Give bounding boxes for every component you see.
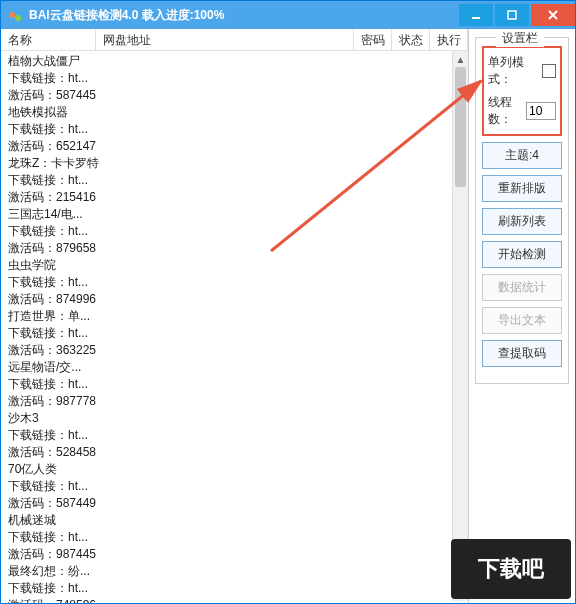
list-area[interactable]: 植物大战僵尸下载链接：ht...激活码：587445地铁模拟器下载链接：ht..…: [1, 51, 468, 603]
settings-legend: 设置栏: [496, 30, 544, 47]
list-item[interactable]: 最终幻想：纷...: [8, 563, 468, 580]
list-item[interactable]: 激活码：528458: [8, 444, 468, 461]
threads-input[interactable]: [526, 102, 556, 120]
main-panel: 名称 网盘地址 密码 状态 执行 植物大战僵尸下载链接：ht...激活码：587…: [1, 29, 469, 603]
theme-button[interactable]: 主题:4: [482, 142, 562, 169]
list-item[interactable]: 下载链接：ht...: [8, 427, 468, 444]
close-button[interactable]: [531, 4, 575, 26]
list-item[interactable]: 下载链接：ht...: [8, 325, 468, 342]
list-item[interactable]: 下载链接：ht...: [8, 274, 468, 291]
scroll-thumb[interactable]: [455, 67, 466, 187]
app-window: BAI云盘链接检测4.0 载入进度:100% 名称 网盘地址 密码 状态 执行 …: [0, 0, 576, 604]
col-status[interactable]: 状态: [392, 29, 430, 50]
list-item[interactable]: 下载链接：ht...: [8, 70, 468, 87]
col-name[interactable]: 名称: [1, 29, 96, 50]
refresh-button[interactable]: 刷新列表: [482, 208, 562, 235]
list-item[interactable]: 激活码：363225: [8, 342, 468, 359]
list-item[interactable]: 激活码：215416: [8, 189, 468, 206]
list-item[interactable]: 地铁模拟器: [8, 104, 468, 121]
threads-label: 线程数：: [488, 94, 526, 128]
list-item[interactable]: 下载链接：ht...: [8, 121, 468, 138]
list-item[interactable]: 激活码：587445: [8, 87, 468, 104]
list-item[interactable]: 激活码：748596: [8, 597, 468, 603]
content-area: 名称 网盘地址 密码 状态 执行 植物大战僵尸下载链接：ht...激活码：587…: [1, 29, 575, 603]
list-item[interactable]: 沙木3: [8, 410, 468, 427]
list-item[interactable]: 下载链接：ht...: [8, 478, 468, 495]
list-item[interactable]: 虫虫学院: [8, 257, 468, 274]
watermark-logo: 下载吧: [451, 539, 571, 599]
settings-highlight-box: 单列模式： 线程数：: [482, 46, 562, 136]
window-title: BAI云盘链接检测4.0 载入进度:100%: [29, 7, 459, 24]
svg-rect-4: [508, 11, 516, 19]
titlebar: BAI云盘链接检测4.0 载入进度:100%: [1, 1, 575, 29]
col-pwd[interactable]: 密码: [354, 29, 392, 50]
list-item[interactable]: 激活码：987445: [8, 546, 468, 563]
list-item[interactable]: 下载链接：ht...: [8, 223, 468, 240]
list-item[interactable]: 激活码：874996: [8, 291, 468, 308]
svg-point-0: [9, 12, 15, 18]
getcode-button[interactable]: 查提取码: [482, 340, 562, 367]
list-item[interactable]: 下载链接：ht...: [8, 529, 468, 546]
col-exec[interactable]: 执行: [430, 29, 468, 50]
single-mode-label: 单列模式：: [488, 54, 542, 88]
table-headers: 名称 网盘地址 密码 状态 执行: [1, 29, 468, 51]
list-item[interactable]: 激活码：587449: [8, 495, 468, 512]
relayout-button[interactable]: 重新排版: [482, 175, 562, 202]
window-buttons: [459, 4, 575, 26]
list-item[interactable]: 远星物语/交...: [8, 359, 468, 376]
list-item[interactable]: 激活码：652147: [8, 138, 468, 155]
export-button[interactable]: 导出文本: [482, 307, 562, 334]
list-item[interactable]: 下载链接：ht...: [8, 172, 468, 189]
list-item[interactable]: 三国志14/电...: [8, 206, 468, 223]
watermark-text: 下载吧: [478, 554, 544, 584]
list-item[interactable]: 激活码：879658: [8, 240, 468, 257]
col-url[interactable]: 网盘地址: [96, 29, 354, 50]
list-item[interactable]: 打造世界：单...: [8, 308, 468, 325]
start-button[interactable]: 开始检测: [482, 241, 562, 268]
svg-point-2: [15, 15, 21, 21]
list-item[interactable]: 植物大战僵尸: [8, 53, 468, 70]
scroll-up-icon[interactable]: ▲: [453, 51, 468, 67]
stats-button[interactable]: 数据统计: [482, 274, 562, 301]
single-mode-checkbox[interactable]: [542, 64, 556, 78]
list-item[interactable]: 机械迷城: [8, 512, 468, 529]
list-item[interactable]: 龙珠Z：卡卡罗特: [8, 155, 468, 172]
maximize-button[interactable]: [495, 4, 529, 26]
list-item[interactable]: 下载链接：ht...: [8, 580, 468, 597]
svg-point-1: [15, 9, 21, 15]
sidebar: 设置栏 单列模式： 线程数： 主题:4 重新排版 刷新列表 开始检测 数据统计: [469, 29, 575, 603]
list-item[interactable]: 下载链接：ht...: [8, 376, 468, 393]
list-item[interactable]: 激活码：987778: [8, 393, 468, 410]
vertical-scrollbar[interactable]: ▲ ▼: [452, 51, 468, 601]
minimize-button[interactable]: [459, 4, 493, 26]
settings-fieldset: 设置栏 单列模式： 线程数： 主题:4 重新排版 刷新列表 开始检测 数据统计: [475, 37, 569, 384]
list-item[interactable]: 70亿人类: [8, 461, 468, 478]
app-icon: [7, 7, 23, 23]
